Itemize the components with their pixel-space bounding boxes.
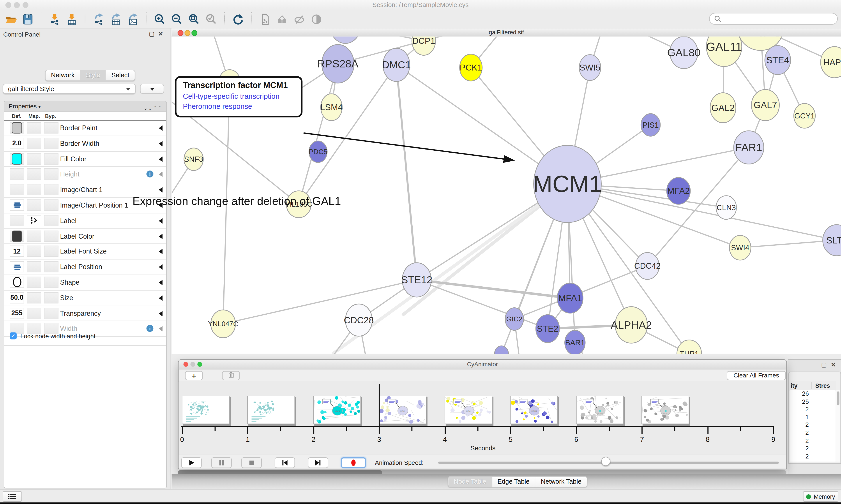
column-header-stress[interactable]: Stres xyxy=(815,382,830,389)
bypass-cell[interactable] xyxy=(44,246,58,257)
annotation-link[interactable]: Cell-type-specific transcription xyxy=(183,92,296,102)
network-file-button[interactable] xyxy=(256,11,273,27)
mapping-cell[interactable] xyxy=(27,215,41,226)
expand-row-icon[interactable] xyxy=(159,265,162,270)
column-divider[interactable] xyxy=(811,382,811,389)
zoom-out-button[interactable] xyxy=(168,11,185,27)
tab-edge-table[interactable]: Edge Table xyxy=(491,476,535,487)
expand-row-icon[interactable] xyxy=(159,326,162,331)
mapping-cell[interactable] xyxy=(27,199,41,211)
edge[interactable] xyxy=(299,64,338,204)
lock-node-size-row[interactable]: ✓ Lock node width and height xyxy=(10,332,95,340)
bypass-cell[interactable] xyxy=(44,122,58,133)
node-NODEP[interactable] xyxy=(495,346,508,354)
tab-node-table[interactable]: Node Table xyxy=(448,476,491,487)
node-STE2[interactable]: STE2 xyxy=(536,315,559,343)
node-MFA1[interactable]: MFA1 xyxy=(557,283,583,313)
expand-all-icon[interactable]: ⌄⌄ xyxy=(143,103,152,113)
node-DCP1[interactable]: DCP1 xyxy=(412,37,435,55)
node-GAL7[interactable]: GAL7 xyxy=(751,90,779,121)
mapping-cell[interactable] xyxy=(27,168,41,180)
default-cell[interactable] xyxy=(10,199,24,211)
bypass-cell[interactable] xyxy=(44,308,58,319)
property-row-border-width[interactable]: 2.0Border Width xyxy=(4,136,166,152)
collapse-all-icon[interactable]: ⌃⌃ xyxy=(153,103,162,113)
delete-frame-button[interactable] xyxy=(222,371,240,380)
default-cell[interactable]: 12 xyxy=(10,246,24,257)
expand-row-icon[interactable] xyxy=(159,125,162,131)
default-cell[interactable]: 50.0 xyxy=(10,292,24,303)
node-GIC2[interactable]: GIC2 xyxy=(505,308,523,330)
close-panel-icon[interactable]: ✕ xyxy=(158,31,163,37)
bypass-cell[interactable] xyxy=(44,199,58,211)
node-SNF3[interactable]: SNF3 xyxy=(184,148,203,170)
mapping-cell[interactable] xyxy=(27,292,41,303)
node-CLN3[interactable]: CLN3 xyxy=(716,196,736,219)
mapping-cell[interactable] xyxy=(27,277,41,288)
mapping-cell[interactable] xyxy=(27,246,41,257)
search-input[interactable] xyxy=(721,15,831,23)
node-STE12[interactable]: STE12 xyxy=(401,263,432,297)
close-icon[interactable] xyxy=(5,2,11,8)
zoom-in-button[interactable] xyxy=(151,11,168,27)
frame-thumbnail-1[interactable] xyxy=(247,396,295,424)
node-BAR1[interactable]: BAR1 xyxy=(565,330,585,354)
default-cell[interactable] xyxy=(10,184,24,195)
minimize-icon[interactable] xyxy=(184,30,190,36)
clear-all-frames-button[interactable]: Clear All Frames xyxy=(727,371,786,380)
node-ALPHA2[interactable]: ALPHA2 xyxy=(611,307,652,343)
table-row[interactable]: 2 xyxy=(789,430,836,437)
bypass-cell[interactable] xyxy=(44,230,58,241)
table-row[interactable]: 2 xyxy=(789,445,836,453)
table-column-headers[interactable]: ity Stres xyxy=(789,381,836,391)
edge[interactable] xyxy=(568,184,837,240)
node-YNL047C[interactable]: YNL047C xyxy=(208,310,238,338)
memory-button[interactable]: Memory xyxy=(803,491,838,502)
timeline-playhead[interactable] xyxy=(379,384,379,426)
node-RPS28A[interactable]: RPS28A xyxy=(317,44,359,83)
node-SWI5[interactable]: SWI5 xyxy=(579,55,601,80)
property-row-shape[interactable]: Shape xyxy=(4,275,166,290)
default-cell[interactable] xyxy=(10,153,24,164)
tab-network[interactable]: Network xyxy=(46,70,80,80)
node-MFA2[interactable]: MFA2 xyxy=(667,178,690,204)
annotation-link[interactable]: Pheromone response xyxy=(183,102,296,112)
hide-edges-button[interactable] xyxy=(291,11,308,27)
property-row-border-paint[interactable]: Border Paint xyxy=(4,121,166,136)
bypass-cell[interactable] xyxy=(44,153,58,164)
property-row-size[interactable]: 50.0Size xyxy=(4,290,166,306)
node-SWI4[interactable]: SWI4 xyxy=(730,235,751,260)
network-analyzer-button[interactable] xyxy=(273,11,291,27)
bypass-cell[interactable] xyxy=(44,215,58,226)
default-cell[interactable]: 255 xyxy=(10,308,24,319)
expand-row-icon[interactable] xyxy=(159,218,162,223)
expand-row-icon[interactable] xyxy=(159,311,162,316)
go-to-end-button[interactable] xyxy=(308,457,328,468)
node-PDC5[interactable]: PDC5 xyxy=(309,141,327,162)
property-row-label-font-size[interactable]: 12Label Font Size xyxy=(4,244,166,260)
table-row[interactable]: 1 xyxy=(789,414,836,422)
node-CDC28[interactable]: CDC28 xyxy=(344,304,374,336)
frame-thumbnail-3[interactable]: MCM1 xyxy=(379,396,426,424)
play-button[interactable] xyxy=(181,457,202,468)
mapping-cell[interactable] xyxy=(27,308,41,319)
table-row[interactable]: 26 xyxy=(789,390,836,398)
default-cell[interactable] xyxy=(10,215,24,226)
node-STE4[interactable]: STE4 xyxy=(765,46,791,74)
tab-network-table[interactable]: Network Table xyxy=(535,476,587,487)
bypass-cell[interactable] xyxy=(44,138,58,149)
table-row[interactable]: 2 xyxy=(789,406,836,414)
default-cell[interactable] xyxy=(10,168,24,180)
zoom-window-icon[interactable] xyxy=(192,30,197,36)
network-window-titlebar[interactable]: galFiltered.sif xyxy=(172,29,841,37)
expand-row-icon[interactable] xyxy=(159,234,162,239)
node-DMC1[interactable]: DMC1 xyxy=(382,48,411,82)
table-row[interactable]: 2 xyxy=(789,453,836,461)
zoom-window-icon[interactable] xyxy=(22,2,29,8)
node-MCM1[interactable]: MCM1 xyxy=(533,145,602,223)
stop-button[interactable] xyxy=(241,457,262,468)
table-row[interactable]: 2 xyxy=(789,437,836,445)
save-session-button[interactable] xyxy=(19,11,36,27)
property-row-transparency[interactable]: 255Transparency xyxy=(4,306,166,321)
info-icon[interactable]: i xyxy=(146,171,154,178)
